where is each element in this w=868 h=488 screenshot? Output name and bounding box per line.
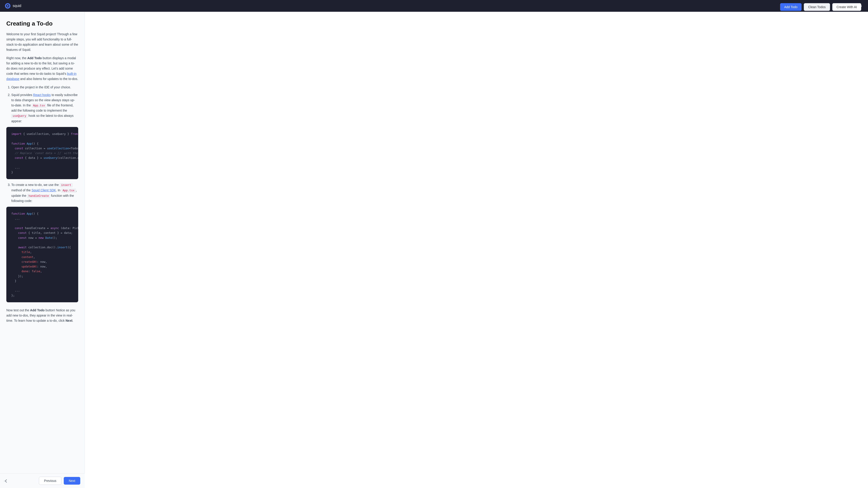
step-3-middle: method of the — [11, 188, 32, 192]
handle-create-code: handleCreate — [27, 194, 50, 198]
collapse-sidebar-button[interactable] — [4, 479, 8, 484]
layout: Creating a To-do Welcome to your first S… — [0, 12, 868, 488]
navbar-brand: squid — [13, 3, 21, 9]
step-2-prefix: Squid provides — [11, 93, 33, 97]
clean-todos-button[interactable]: Clean Todos — [804, 3, 830, 11]
step-2: Squid provides React hooks to easily sub… — [11, 92, 78, 124]
page-title: Creating a To-do — [6, 19, 78, 29]
intro-paragraph-2: Right now, the Add Todo button displays … — [6, 56, 78, 82]
footer-paragraph: Now test out the Add Todo button! Notice… — [6, 308, 78, 323]
code-block-2-content: function App() { ... const handleCreate … — [11, 211, 73, 298]
intro-paragraph-1: Welcome to your first Squid project! Thr… — [6, 32, 78, 53]
code-block-1-content: import { useCollection, useQuery } from … — [11, 131, 73, 175]
intro2-prefix: Right now, the — [6, 56, 27, 60]
step-3-prefix: To create a new to-do, we use the — [11, 183, 60, 187]
previous-button[interactable]: Previous — [39, 477, 61, 485]
navbar: squid — [0, 0, 868, 12]
navbar-left: squid — [4, 3, 21, 9]
react-hooks-link[interactable]: React hooks — [33, 93, 51, 97]
steps-list: Open the project in the IDE of your choi… — [6, 85, 78, 124]
app-tsx-code-1: App.tsx — [32, 104, 46, 108]
next-button[interactable]: Next — [64, 477, 80, 485]
squid-logo-icon — [4, 3, 11, 9]
app-tsx-code-2: App.tsx — [61, 189, 76, 193]
code-block-1: import { useCollection, useQuery } from … — [6, 127, 78, 179]
create-with-ai-button[interactable]: Create With AI — [832, 3, 861, 11]
svg-point-2 — [7, 5, 8, 7]
step-3-middle2: . In — [56, 188, 61, 192]
footer-text-suffix: . — [72, 319, 73, 322]
intro2-bold: Add Todo — [27, 56, 42, 60]
code-block-2: function App() { ... const handleCreate … — [6, 207, 78, 302]
steps-list-2: To create a new to-do, we use the insert… — [6, 182, 78, 203]
step-3: To create a new to-do, we use the insert… — [11, 182, 78, 203]
step-1-text: Open the project in the IDE of your choi… — [11, 86, 71, 89]
add-todo-button[interactable]: Add Todo — [780, 3, 802, 11]
squid-client-sdk-link[interactable]: Squid Client SDK — [32, 188, 56, 192]
bottom-navigation: Previous Next — [0, 473, 85, 488]
footer-text-prefix: Now test out the — [6, 308, 30, 312]
intro2-suffix: and also listens for updates to the to-d… — [20, 77, 78, 80]
top-toolbar: Add Todo Clean Todos Create With AI — [780, 3, 861, 11]
insert-code: insert — [60, 183, 72, 187]
step-1: Open the project in the IDE of your choi… — [11, 85, 78, 90]
main-content-area — [85, 12, 868, 488]
collapse-icon — [4, 479, 8, 483]
sidebar: Creating a To-do Welcome to your first S… — [0, 12, 85, 488]
use-query-code: useQuery — [11, 114, 28, 118]
footer-bold: Add Todo — [30, 308, 44, 312]
footer-bold2: Next — [66, 319, 72, 322]
